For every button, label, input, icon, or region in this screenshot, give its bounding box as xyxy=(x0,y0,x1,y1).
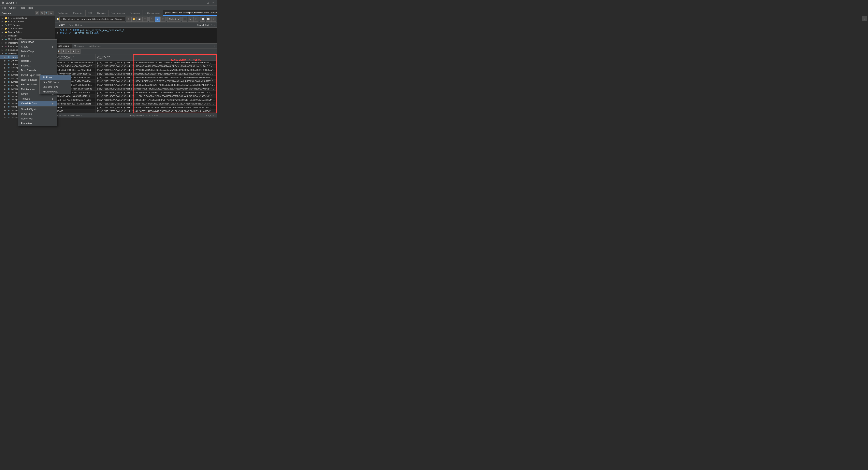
sidebar-tool-btn-3[interactable]: 🔍 xyxy=(44,11,49,15)
tree-item-fts-dict[interactable]: ▶ 📁 FTS Dictionaries xyxy=(0,20,55,23)
table-row[interactable]: 6f51c{"key": "11513584", "value": {"hash… xyxy=(56,106,217,109)
table-row[interactable]: 570-0fc0-4d47-9e85-2bcf6d818e50{"key": "… xyxy=(56,72,217,76)
submenu-all-rows[interactable]: All Rows xyxy=(40,75,71,80)
tree-item-foreign-tables[interactable]: ▶ 📁 Foreign Tables xyxy=(0,30,55,34)
expand-button[interactable]: ⤢ xyxy=(214,24,215,26)
compass-icon: 🧭 xyxy=(56,18,59,20)
ctx-drop-cascade[interactable]: Drop Cascade xyxy=(18,68,57,73)
table-row[interactable]: b2ebc{"key": "11518232", "value": {"hash… xyxy=(56,113,217,113)
folder-icon: 📁 xyxy=(4,31,7,34)
ctx-delete-drop[interactable]: Delete/Drop xyxy=(18,49,57,54)
stop-button[interactable]: ⬛ xyxy=(182,16,187,22)
tab-dependencies[interactable]: Dependencies xyxy=(108,10,127,16)
menu-tools[interactable]: Tools xyxy=(18,6,26,10)
download-button[interactable]: ⬇ xyxy=(71,49,75,54)
run-dropdown[interactable]: ▼ xyxy=(193,16,198,22)
format-button[interactable]: ⬜ xyxy=(200,16,205,22)
query-tab-query[interactable]: Query xyxy=(57,23,67,27)
tree-item-fts-config[interactable]: ▶ 📁 FTS Configurations xyxy=(0,16,55,20)
db-connect-button[interactable]: 🗄 xyxy=(126,16,131,22)
tab-query[interactable]: public._airbyte_raw_evmospool_8/kyvetest… xyxy=(163,10,217,16)
edit-col-icon[interactable]: ✎ xyxy=(72,56,74,58)
ctx-view-edit-data[interactable]: View/Edit Data ▶ xyxy=(18,101,57,106)
expand-results-button[interactable]: ⤢ xyxy=(212,45,217,47)
tree-item-fts-parsers[interactable]: ▶ Aa FTS Parsers xyxy=(0,23,55,27)
query-editor[interactable]: 1 SELECT * FROM public._airbyte_raw_evmo… xyxy=(55,28,217,43)
limit-select[interactable]: No limit 100 500 1000 xyxy=(167,16,181,22)
ctx-create[interactable]: Create ▶ xyxy=(18,44,57,49)
tab-dashboard[interactable]: Dashboard xyxy=(55,10,71,16)
menu-help[interactable]: Help xyxy=(26,6,34,10)
query-tab-history[interactable]: Query History xyxy=(67,23,84,27)
results-table: _airbyte_ab_id ✎ character varying _airb… xyxy=(55,54,217,113)
tab-sql[interactable]: SQL xyxy=(86,10,95,16)
close-button[interactable]: ✕ xyxy=(211,1,215,5)
cell-data: {"key": "11522802", "value": {"hash": "0… xyxy=(95,79,217,83)
format2-button[interactable]: ⬜ xyxy=(206,16,211,22)
table-row[interactable]: 7bb-363a-4301-bf06-507ccf2232de{"key": "… xyxy=(56,94,217,98)
tab-properties[interactable]: Properties xyxy=(71,10,86,16)
sidebar-tool-btn-2[interactable]: ⊟ xyxy=(40,11,44,15)
chart-button[interactable]: 〜 xyxy=(76,49,81,54)
ctx-truncate[interactable]: Truncate ▶ xyxy=(18,96,57,101)
menu-object[interactable]: Object xyxy=(8,6,18,10)
ctx-query-tool[interactable]: Query Tool xyxy=(18,116,57,118)
tab-statistics[interactable]: Statistics xyxy=(95,10,108,16)
table-icon: ▦ xyxy=(7,80,10,83)
tree-item-fts-templates[interactable]: ▶ 📁 FTS Templates xyxy=(0,27,55,30)
save-dropdown-button[interactable]: ▼ xyxy=(143,16,148,22)
titlebar: 🐘 pgAdmin 4 — □ ✕ xyxy=(0,0,217,5)
editor-line-2: 2 ORDER BY _airbyte_ab_id ASC xyxy=(56,32,216,34)
status-bar: Total rows: 1000 of 21643 Query complete… xyxy=(55,113,217,118)
cell-data: {"key": "11526610", "value": {"hash": "0… xyxy=(95,102,217,106)
submenu-last-100[interactable]: Last 100 Rows xyxy=(40,85,71,89)
submenu-first-100[interactable]: First 100 Rows xyxy=(40,80,71,85)
data-grid[interactable]: _airbyte_ab_id ✎ character varying _airb… xyxy=(55,54,217,113)
ctx-restore[interactable]: Restore... xyxy=(18,59,57,63)
table-row[interactable]: 9ec-78c3-40e3-aa74-e568896a0f77{"key": "… xyxy=(56,64,217,68)
open-file-button[interactable]: 📂 xyxy=(131,16,136,22)
submenu-filtered-rows[interactable]: Filtered Rows... xyxy=(40,89,71,94)
table-row[interactable]: 5dd-4e5d-4de4-89f8-9a6aa7f4a3ac{"key": "… xyxy=(56,98,217,102)
table-row[interactable]: dca-4556-4128-815b-7ffaf074a714{"key": "… xyxy=(56,79,217,83)
table-icon: ▦ xyxy=(7,91,10,94)
table-row[interactable]: 8ac-bb28-410f-b037-819c7eabddf1{"key": "… xyxy=(56,102,217,106)
table-row[interactable]: 61e-84ab-4788-bc24-7353adb69b37{"key": "… xyxy=(56,83,217,87)
sidebar-tool-btn-4[interactable]: ▷ xyxy=(49,11,54,15)
ctx-refresh[interactable]: Refresh... xyxy=(18,54,57,59)
table-row[interactable]: cc8-d3cd-4216-8fc9-3def10a2a85d{"key": "… xyxy=(56,68,217,72)
table-row[interactable]: f61-6975-4eca-ab46-13c408971c47{"key": "… xyxy=(56,91,217,94)
results-tab-output[interactable]: Data Output xyxy=(55,44,72,48)
scratch-pad-area: Scratch Pad ✕ ⤢ xyxy=(195,23,215,27)
table-row[interactable]: 3e6-9b34-4bff-87e5-dd69e06a3280{"key": "… xyxy=(56,76,217,79)
save-button[interactable]: 💾 xyxy=(137,16,142,22)
save-rows-button[interactable]: ⊞ xyxy=(66,49,71,54)
table-row[interactable]: 8a8-d661-4404-8ed4-8929f358d5d1{"key": "… xyxy=(56,87,217,91)
menu-file[interactable]: File xyxy=(1,6,8,10)
results-tab-messages[interactable]: Messages xyxy=(72,44,86,48)
tree-item-functions[interactable]: ▶ ƒ Functions xyxy=(0,34,55,37)
tab-processes[interactable]: Processes xyxy=(127,10,142,16)
ctx-count-rows[interactable]: Count Rows xyxy=(18,40,57,44)
delete-rows-button[interactable]: 🗑 xyxy=(61,49,66,54)
sidebar-tool-btn-1[interactable]: ⊞ xyxy=(35,11,39,15)
minimize-button[interactable]: — xyxy=(200,1,205,5)
maximize-button[interactable]: □ xyxy=(206,1,210,5)
sidebar-tools: ⊞ ⊟ 🔍 ▷ xyxy=(35,11,54,15)
scratch-pad-close-icon[interactable]: ✕ xyxy=(211,24,212,26)
ctx-backup-label: Backup... xyxy=(21,64,31,67)
filter-button[interactable]: ▼ xyxy=(155,16,160,22)
ctx-search-objects[interactable]: Search Objects... xyxy=(18,107,57,111)
ctx-psql-tool[interactable]: PSQL Tool xyxy=(18,111,57,116)
cell-id: cc8-d3cd-4216-8fc9-3def10a2a85d xyxy=(56,68,95,72)
run-button[interactable]: ▶ xyxy=(188,16,193,22)
ctx-backup[interactable]: Backup... xyxy=(18,63,57,68)
tab-public-evmos[interactable]: public.evmosp... xyxy=(143,10,163,16)
filter-dropdown[interactable]: ▼ xyxy=(160,16,165,22)
edit-button[interactable]: ✏ xyxy=(149,16,154,22)
scratch-pad-button[interactable]: Scratch Pad xyxy=(195,23,211,27)
results-tab-notifications[interactable]: Notifications xyxy=(86,44,103,48)
table-row[interactable]: a8d9-7ed2-42a3-b89d-f4cb9c8c988b{"key": … xyxy=(56,61,217,64)
table-row[interactable]: 27489{"key": "11512735", "value": {"hash… xyxy=(56,109,217,113)
format2-dropdown[interactable]: ▼ xyxy=(211,16,216,22)
